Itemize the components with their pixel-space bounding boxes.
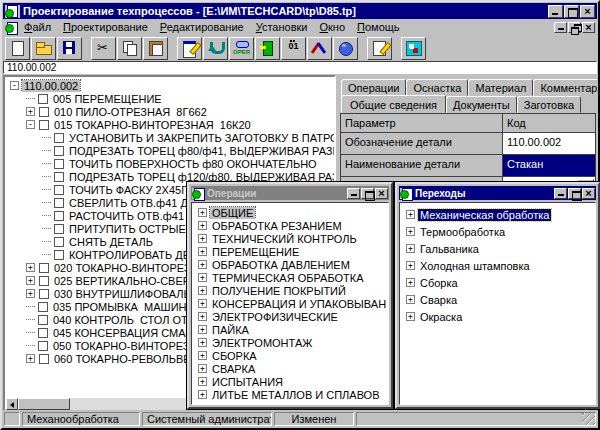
expand-icon[interactable]: + (198, 273, 207, 282)
save-file-button[interactable] (57, 37, 82, 60)
menu-design[interactable]: Проектирование (57, 20, 154, 34)
expand-icon[interactable]: + (198, 286, 207, 295)
transitions-minimize-button[interactable] (554, 188, 567, 199)
open-file-button[interactable] (31, 37, 56, 60)
resize-grip[interactable] (582, 412, 595, 425)
tree-item[interactable]: +ПЕРЕМЕЩЕНИЕ (194, 245, 386, 258)
checkbox[interactable] (39, 276, 49, 286)
paste-button[interactable] (143, 37, 168, 60)
menu-editing[interactable]: Редактирование (154, 20, 250, 34)
checkbox[interactable] (39, 120, 49, 130)
tree-item[interactable]: ПОДРЕЗАТЬ ТОРЕЦ ф80/ф41, ВЫДЕРЖИВАЯ РАЗМ… (6, 144, 334, 157)
tree-item[interactable]: -015 ТОКАРНО-ВИНТОРЕЗНАЯ 16К20 (6, 118, 334, 131)
operations-close-button[interactable] (375, 188, 388, 199)
checkbox[interactable] (38, 315, 48, 325)
menu-window[interactable]: Окно (313, 20, 351, 34)
checkbox[interactable] (54, 237, 64, 247)
expand-icon[interactable]: + (406, 227, 415, 236)
tree-item[interactable]: +ЛИТЬЕ МЕТАЛЛОВ И СПЛАВОВ (194, 388, 386, 401)
collapse-icon[interactable]: - (10, 81, 19, 90)
checkbox[interactable] (39, 263, 49, 273)
tab-material[interactable]: Материал (468, 79, 533, 96)
tree-item[interactable]: УСТАНОВИТЬ И ЗАКРЕПИТЬ ЗАГОТОВКУ В ПАТРО… (6, 131, 334, 144)
maximize-button[interactable] (564, 5, 579, 18)
tree-item[interactable]: +ТЕХНИЧЕСКИЙ КОНТРОЛЬ (194, 232, 386, 245)
expand-icon[interactable]: + (406, 210, 415, 219)
expand-icon[interactable]: + (26, 354, 35, 363)
tree-item[interactable]: +ИСПЫТАНИЯ (194, 375, 386, 388)
expand-icon[interactable]: + (198, 364, 207, 373)
graphics-editor-button[interactable] (401, 37, 426, 60)
tree-item[interactable]: +ОБРАБОТКА РЕЗАНИЕМ (194, 219, 386, 232)
copy-button[interactable] (117, 37, 142, 60)
tree-item[interactable]: +Окраска (402, 308, 593, 325)
child-restore-button[interactable] (568, 22, 581, 33)
expand-icon[interactable]: + (198, 312, 207, 321)
cut-button[interactable] (91, 37, 116, 60)
child-close-button[interactable] (582, 22, 595, 33)
checkbox[interactable] (39, 289, 49, 299)
expand-icon[interactable]: + (26, 263, 35, 272)
menu-settings[interactable]: Установки (250, 20, 314, 34)
checkbox[interactable] (54, 185, 64, 195)
tab-tooling[interactable]: Оснастка (406, 79, 468, 96)
numbering-button[interactable] (281, 37, 306, 60)
checkbox[interactable] (54, 250, 64, 260)
tree-item[interactable]: +ЭЛЕКТРОФИЗИЧЕСКИЕ (194, 310, 386, 323)
tree-item[interactable]: ТОЧИТЬ ПОВЕРХНОСТЬ ф80 ОКОНЧАТЕЛЬНО (6, 157, 334, 170)
checkbox[interactable] (38, 341, 48, 351)
checkbox[interactable] (38, 302, 48, 312)
reference-book-button[interactable] (333, 37, 358, 60)
tree-item[interactable]: +Термообработка (402, 223, 593, 240)
tree-item[interactable]: +СБОРКА (194, 349, 386, 362)
scrollbar-thumb[interactable] (18, 398, 70, 410)
checkbox[interactable] (54, 224, 64, 234)
param-value-cell[interactable]: 110.00.002 (503, 133, 596, 155)
tree-item[interactable]: +Сборка (402, 274, 593, 291)
checkbox[interactable] (39, 107, 49, 117)
checkbox[interactable] (54, 211, 64, 221)
new-document-button[interactable] (5, 37, 30, 60)
expand-icon[interactable]: + (26, 276, 35, 285)
checkbox[interactable] (39, 354, 49, 364)
checkbox[interactable] (54, 159, 64, 169)
tree-item[interactable]: +ТЕРМИЧЕСКАЯ ОБРАБОТКА (194, 271, 386, 284)
tree-item[interactable]: +Сварка (402, 291, 593, 308)
tab-general-info[interactable]: Общие сведения (341, 95, 446, 113)
document-icon[interactable] (5, 22, 18, 33)
checkbox[interactable] (54, 172, 64, 182)
expand-icon[interactable]: + (198, 338, 207, 347)
edit-card-button[interactable] (177, 37, 202, 60)
expand-icon[interactable]: + (198, 208, 207, 217)
collapse-icon[interactable]: - (26, 120, 35, 129)
tree-item[interactable]: +ПОЛУЧЕНИЕ ПОКРЫТИЙ (194, 284, 386, 297)
expand-icon[interactable]: + (406, 295, 415, 304)
tab-blank[interactable]: Заготовка (517, 96, 581, 113)
tree-item[interactable]: +ОБРАБОТКА ДАВЛЕНИЕМ (194, 258, 386, 271)
expand-icon[interactable]: + (198, 299, 207, 308)
expand-icon[interactable]: + (406, 312, 415, 321)
tools-button[interactable] (307, 37, 332, 60)
checkbox[interactable] (38, 94, 48, 104)
tree-item[interactable]: 005 ПЕРЕМЕЩЕНИЕ (6, 92, 334, 105)
edit-document-button[interactable] (367, 37, 392, 60)
checkbox[interactable] (54, 133, 64, 143)
tree-item[interactable]: +Холодная штамповка (402, 257, 593, 274)
tree-item[interactable]: +ПАЙКА (194, 323, 386, 336)
operations-maximize-button[interactable] (361, 188, 374, 199)
child-minimize-button[interactable] (554, 22, 567, 33)
menu-file[interactable]: Файл (18, 20, 57, 34)
expand-icon[interactable]: + (26, 289, 35, 298)
current-code-field[interactable]: 110.00.002 (3, 61, 597, 74)
close-button[interactable] (580, 5, 595, 18)
process-route-button[interactable] (203, 37, 228, 60)
expand-icon[interactable]: + (26, 107, 35, 116)
checkbox[interactable] (38, 328, 48, 338)
transitions-close-button[interactable] (582, 188, 595, 199)
checkbox[interactable] (54, 198, 64, 208)
expand-icon[interactable]: + (406, 244, 415, 253)
operations-minimize-button[interactable] (347, 188, 360, 199)
expand-icon[interactable]: + (198, 260, 207, 269)
expand-icon[interactable]: + (198, 390, 207, 399)
menu-help[interactable]: Помощь (351, 20, 406, 34)
